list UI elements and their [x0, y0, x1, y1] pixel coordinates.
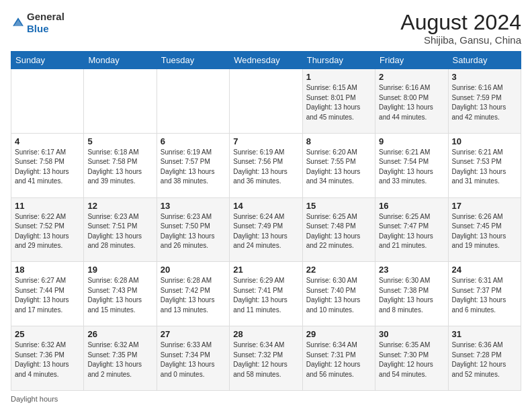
header: General Blue August 2024 Shijiba, Gansu,…: [11, 11, 521, 46]
day-number: 2: [379, 72, 444, 82]
calendar-table: SundayMondayTuesdayWednesdayThursdayFrid…: [11, 51, 521, 391]
daylight-label: Daylight hours: [11, 395, 58, 403]
calendar-day-header: Wednesday: [230, 52, 302, 69]
calendar-cell: 27Sunrise: 6:33 AM Sunset: 7:34 PM Dayli…: [157, 326, 229, 391]
day-info: Sunrise: 6:22 AM Sunset: 7:52 PM Dayligh…: [15, 212, 80, 251]
calendar-cell: 11Sunrise: 6:22 AM Sunset: 7:52 PM Dayli…: [11, 197, 84, 262]
day-info: Sunrise: 6:30 AM Sunset: 7:38 PM Dayligh…: [379, 276, 444, 315]
day-info: Sunrise: 6:28 AM Sunset: 7:42 PM Dayligh…: [161, 276, 226, 315]
calendar-cell: 12Sunrise: 6:23 AM Sunset: 7:51 PM Dayli…: [84, 197, 157, 262]
day-number: 25: [15, 329, 80, 339]
calendar-cell: 17Sunrise: 6:26 AM Sunset: 7:45 PM Dayli…: [448, 197, 521, 262]
calendar-cell: 31Sunrise: 6:36 AM Sunset: 7:28 PM Dayli…: [448, 326, 521, 391]
calendar-day-header: Monday: [84, 52, 157, 69]
day-number: 3: [452, 72, 517, 82]
day-number: 9: [379, 136, 444, 146]
day-info: Sunrise: 6:32 AM Sunset: 7:36 PM Dayligh…: [15, 340, 80, 379]
day-number: 13: [161, 201, 226, 211]
calendar-cell: 5Sunrise: 6:18 AM Sunset: 7:58 PM Daylig…: [84, 133, 157, 197]
day-number: 29: [306, 329, 371, 339]
calendar-cell: 7Sunrise: 6:19 AM Sunset: 7:56 PM Daylig…: [230, 133, 302, 197]
day-info: Sunrise: 6:25 AM Sunset: 7:47 PM Dayligh…: [379, 212, 444, 251]
calendar-cell: 14Sunrise: 6:24 AM Sunset: 7:49 PM Dayli…: [230, 197, 302, 262]
day-number: 20: [161, 265, 226, 275]
day-number: 1: [306, 72, 371, 82]
day-info: Sunrise: 6:33 AM Sunset: 7:34 PM Dayligh…: [161, 340, 226, 379]
day-info: Sunrise: 6:23 AM Sunset: 7:51 PM Dayligh…: [87, 212, 152, 251]
calendar-week-row: 11Sunrise: 6:22 AM Sunset: 7:52 PM Dayli…: [11, 197, 521, 262]
calendar-cell: 2Sunrise: 6:16 AM Sunset: 8:00 PM Daylig…: [375, 69, 448, 134]
calendar-cell: 26Sunrise: 6:32 AM Sunset: 7:35 PM Dayli…: [84, 326, 157, 391]
calendar-cell: 13Sunrise: 6:23 AM Sunset: 7:50 PM Dayli…: [157, 197, 229, 262]
calendar-cell: 10Sunrise: 6:21 AM Sunset: 7:53 PM Dayli…: [448, 133, 521, 197]
day-info: Sunrise: 6:28 AM Sunset: 7:43 PM Dayligh…: [87, 276, 152, 315]
calendar-cell: 4Sunrise: 6:17 AM Sunset: 7:58 PM Daylig…: [11, 133, 84, 197]
day-number: 15: [306, 201, 371, 211]
calendar-day-header: Thursday: [302, 52, 375, 69]
calendar-day-header: Friday: [375, 52, 448, 69]
day-number: 18: [15, 265, 80, 275]
calendar-cell: 16Sunrise: 6:25 AM Sunset: 7:47 PM Dayli…: [375, 197, 448, 262]
day-number: 10: [452, 136, 517, 146]
calendar-cell: 23Sunrise: 6:30 AM Sunset: 7:38 PM Dayli…: [375, 262, 448, 326]
calendar-cell: 3Sunrise: 6:16 AM Sunset: 7:59 PM Daylig…: [448, 69, 521, 134]
day-number: 7: [233, 136, 298, 146]
calendar-cell: 18Sunrise: 6:27 AM Sunset: 7:44 PM Dayli…: [11, 262, 84, 326]
day-info: Sunrise: 6:19 AM Sunset: 7:56 PM Dayligh…: [233, 148, 298, 187]
calendar-cell: [230, 69, 302, 134]
logo-general-text: General: [27, 11, 64, 22]
day-info: Sunrise: 6:24 AM Sunset: 7:49 PM Dayligh…: [233, 212, 298, 251]
day-number: 31: [452, 329, 517, 339]
calendar-cell: 8Sunrise: 6:20 AM Sunset: 7:55 PM Daylig…: [302, 133, 375, 197]
page: General Blue August 2024 Shijiba, Gansu,…: [0, 0, 532, 411]
logo: General Blue: [11, 11, 64, 35]
day-number: 30: [379, 329, 444, 339]
day-number: 8: [306, 136, 371, 146]
day-info: Sunrise: 6:21 AM Sunset: 7:53 PM Dayligh…: [452, 148, 517, 187]
day-info: Sunrise: 6:34 AM Sunset: 7:31 PM Dayligh…: [306, 340, 371, 379]
day-info: Sunrise: 6:26 AM Sunset: 7:45 PM Dayligh…: [452, 212, 517, 251]
day-info: Sunrise: 6:23 AM Sunset: 7:50 PM Dayligh…: [161, 212, 226, 251]
calendar-cell: 19Sunrise: 6:28 AM Sunset: 7:43 PM Dayli…: [84, 262, 157, 326]
day-info: Sunrise: 6:25 AM Sunset: 7:48 PM Dayligh…: [306, 212, 371, 251]
day-number: 22: [306, 265, 371, 275]
calendar-week-row: 4Sunrise: 6:17 AM Sunset: 7:58 PM Daylig…: [11, 133, 521, 197]
day-number: 14: [233, 201, 298, 211]
day-info: Sunrise: 6:31 AM Sunset: 7:37 PM Dayligh…: [452, 276, 517, 315]
day-number: 4: [15, 136, 80, 146]
logo-icon: [11, 15, 26, 30]
day-info: Sunrise: 6:32 AM Sunset: 7:35 PM Dayligh…: [87, 340, 152, 379]
logo-blue-text: Blue: [27, 23, 49, 34]
calendar-week-row: 18Sunrise: 6:27 AM Sunset: 7:44 PM Dayli…: [11, 262, 521, 326]
day-info: Sunrise: 6:36 AM Sunset: 7:28 PM Dayligh…: [452, 340, 517, 379]
day-info: Sunrise: 6:30 AM Sunset: 7:40 PM Dayligh…: [306, 276, 371, 315]
day-info: Sunrise: 6:21 AM Sunset: 7:54 PM Dayligh…: [379, 148, 444, 187]
calendar-day-header: Tuesday: [157, 52, 229, 69]
calendar-week-row: 1Sunrise: 6:15 AM Sunset: 8:01 PM Daylig…: [11, 69, 521, 134]
calendar-cell: [84, 69, 157, 134]
day-info: Sunrise: 6:27 AM Sunset: 7:44 PM Dayligh…: [15, 276, 80, 315]
day-number: 27: [161, 329, 226, 339]
calendar-cell: 15Sunrise: 6:25 AM Sunset: 7:48 PM Dayli…: [302, 197, 375, 262]
calendar-cell: 24Sunrise: 6:31 AM Sunset: 7:37 PM Dayli…: [448, 262, 521, 326]
day-info: Sunrise: 6:35 AM Sunset: 7:30 PM Dayligh…: [379, 340, 444, 379]
day-number: 26: [87, 329, 152, 339]
day-number: 23: [379, 265, 444, 275]
calendar-cell: 9Sunrise: 6:21 AM Sunset: 7:54 PM Daylig…: [375, 133, 448, 197]
day-info: Sunrise: 6:16 AM Sunset: 7:59 PM Dayligh…: [452, 83, 517, 122]
calendar-cell: 29Sunrise: 6:34 AM Sunset: 7:31 PM Dayli…: [302, 326, 375, 391]
day-info: Sunrise: 6:17 AM Sunset: 7:58 PM Dayligh…: [15, 148, 80, 187]
calendar-cell: 21Sunrise: 6:29 AM Sunset: 7:41 PM Dayli…: [230, 262, 302, 326]
day-number: 11: [15, 201, 80, 211]
calendar-cell: 1Sunrise: 6:15 AM Sunset: 8:01 PM Daylig…: [302, 69, 375, 134]
calendar-cell: 20Sunrise: 6:28 AM Sunset: 7:42 PM Dayli…: [157, 262, 229, 326]
calendar-cell: 6Sunrise: 6:19 AM Sunset: 7:57 PM Daylig…: [157, 133, 229, 197]
day-info: Sunrise: 6:15 AM Sunset: 8:01 PM Dayligh…: [306, 83, 371, 122]
day-info: Sunrise: 6:34 AM Sunset: 7:32 PM Dayligh…: [233, 340, 298, 379]
calendar-cell: 28Sunrise: 6:34 AM Sunset: 7:32 PM Dayli…: [230, 326, 302, 391]
calendar-cell: [157, 69, 229, 134]
calendar-day-header: Saturday: [448, 52, 521, 69]
day-info: Sunrise: 6:18 AM Sunset: 7:58 PM Dayligh…: [87, 148, 152, 187]
day-number: 12: [87, 201, 152, 211]
calendar-cell: 25Sunrise: 6:32 AM Sunset: 7:36 PM Dayli…: [11, 326, 84, 391]
